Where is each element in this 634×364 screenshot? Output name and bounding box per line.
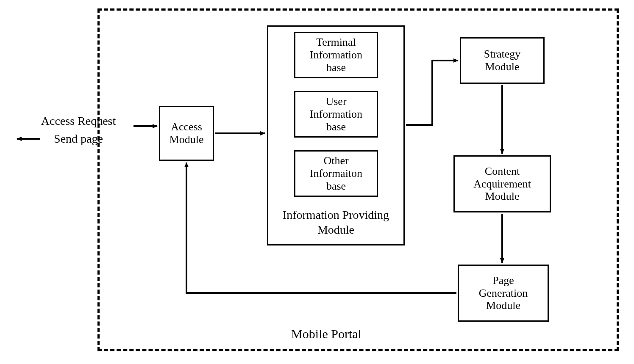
terminal-information-base-label: Terminal Information base bbox=[310, 36, 362, 74]
information-providing-module-label: Information Providing Module bbox=[271, 207, 400, 237]
strategy-module: Strategy Module bbox=[460, 37, 545, 84]
other-information-base: Other Informaiton base bbox=[294, 150, 378, 197]
terminal-information-base: Terminal Information base bbox=[294, 32, 378, 78]
send-page-label: Send page bbox=[42, 131, 114, 146]
content-acquirement-module-label: Content Acquirement Module bbox=[473, 165, 531, 203]
page-generation-module: Page Generation Module bbox=[458, 265, 549, 322]
access-module: Access Module bbox=[159, 106, 214, 161]
mobile-portal-title: Mobile Portal bbox=[271, 326, 381, 342]
access-module-label: Access Module bbox=[170, 121, 204, 146]
page-generation-module-label: Page Generation Module bbox=[479, 274, 528, 312]
other-information-base-label: Other Informaiton base bbox=[310, 154, 362, 193]
content-acquirement-module: Content Acquirement Module bbox=[453, 155, 551, 212]
access-request-label: Access Request bbox=[32, 113, 125, 128]
strategy-module-label: Strategy Module bbox=[484, 48, 521, 73]
user-information-base-label: User Information base bbox=[310, 95, 362, 133]
user-information-base: User Information base bbox=[294, 91, 378, 138]
diagram-canvas: Mobile Portal Access Request Send page A… bbox=[0, 0, 634, 364]
